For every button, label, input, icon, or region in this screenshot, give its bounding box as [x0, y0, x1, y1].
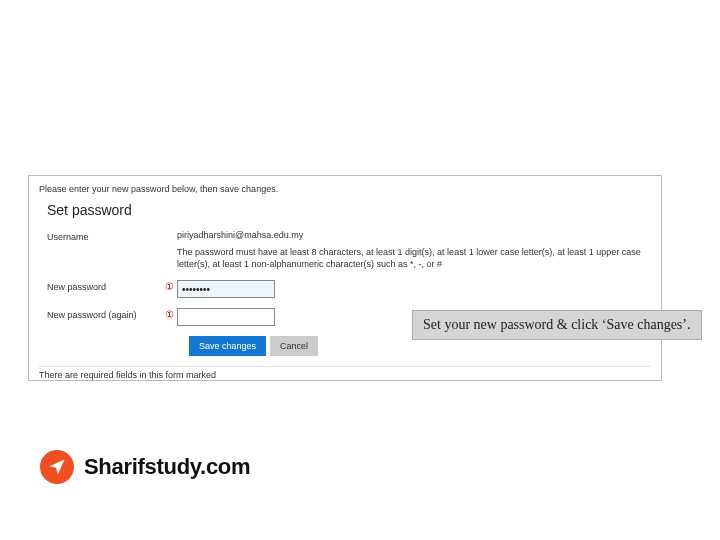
brand-send-icon — [40, 450, 74, 484]
set-password-panel: Please enter your new password below, th… — [28, 175, 662, 381]
brand: Sharifstudy.com — [40, 450, 250, 484]
new-password-row: New password ① — [39, 280, 651, 298]
save-changes-button[interactable]: Save changes — [189, 336, 266, 356]
required-icon: ① — [165, 308, 177, 320]
password-hint: The password must have at least 8 charac… — [177, 246, 651, 270]
required-icon: ① — [165, 280, 177, 292]
page-title: Set password — [47, 202, 651, 218]
new-password-again-label: New password (again) — [39, 308, 165, 320]
username-label: Username — [39, 230, 165, 242]
new-password-again-input[interactable] — [177, 308, 275, 326]
instruction-callout: Set your new password & click ‘Save chan… — [412, 310, 702, 340]
cancel-button[interactable]: Cancel — [270, 336, 318, 356]
new-password-input[interactable] — [177, 280, 275, 298]
username-row: Username piriyadharshini@mahsa.edu.my Th… — [39, 230, 651, 270]
required-note: There are required fields in this form m… — [29, 367, 661, 380]
username-value: piriyadharshini@mahsa.edu.my — [177, 230, 651, 240]
brand-name: Sharifstudy.com — [84, 454, 250, 480]
new-password-label: New password — [39, 280, 165, 292]
instruction-text: Please enter your new password below, th… — [39, 184, 651, 194]
